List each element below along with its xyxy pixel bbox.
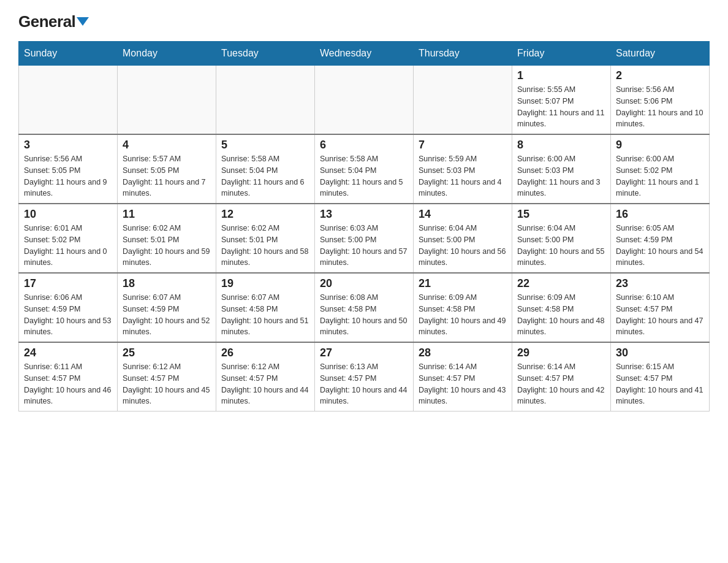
calendar-cell: 27Sunrise: 6:13 AM Sunset: 4:57 PM Dayli… — [315, 342, 414, 412]
day-info: Sunrise: 6:02 AM Sunset: 5:01 PM Dayligh… — [123, 223, 211, 269]
header-tuesday: Tuesday — [216, 42, 315, 66]
calendar-cell: 4Sunrise: 5:57 AM Sunset: 5:05 PM Daylig… — [118, 134, 216, 204]
day-info: Sunrise: 6:00 AM Sunset: 5:03 PM Dayligh… — [517, 153, 605, 199]
day-number: 12 — [221, 208, 309, 221]
calendar-cell: 28Sunrise: 6:14 AM Sunset: 4:57 PM Dayli… — [414, 342, 512, 412]
calendar-cell: 23Sunrise: 6:10 AM Sunset: 4:57 PM Dayli… — [611, 273, 710, 342]
calendar-cell: 6Sunrise: 5:58 AM Sunset: 5:04 PM Daylig… — [315, 134, 414, 204]
day-number: 13 — [320, 208, 408, 221]
day-number: 26 — [221, 347, 309, 359]
page-header: General — [18, 12, 710, 29]
calendar-week-row: 10Sunrise: 6:01 AM Sunset: 5:02 PM Dayli… — [19, 204, 710, 273]
day-number: 23 — [616, 277, 704, 290]
day-number: 2 — [616, 69, 704, 82]
calendar-cell: 13Sunrise: 6:03 AM Sunset: 5:00 PM Dayli… — [315, 204, 414, 273]
calendar-cell: 11Sunrise: 6:02 AM Sunset: 5:01 PM Dayli… — [118, 204, 216, 273]
day-info: Sunrise: 6:03 AM Sunset: 5:00 PM Dayligh… — [320, 223, 408, 269]
day-info: Sunrise: 6:13 AM Sunset: 4:57 PM Dayligh… — [320, 361, 408, 407]
day-number: 14 — [419, 208, 507, 221]
calendar-cell — [118, 66, 216, 135]
calendar-cell: 14Sunrise: 6:04 AM Sunset: 5:00 PM Dayli… — [414, 204, 512, 273]
day-number: 24 — [24, 347, 112, 359]
day-info: Sunrise: 6:04 AM Sunset: 5:00 PM Dayligh… — [517, 223, 605, 269]
weekday-header-row: Sunday Monday Tuesday Wednesday Thursday… — [19, 42, 710, 66]
day-number: 1 — [517, 69, 605, 82]
calendar-cell: 19Sunrise: 6:07 AM Sunset: 4:58 PM Dayli… — [216, 273, 315, 342]
calendar-cell: 12Sunrise: 6:02 AM Sunset: 5:01 PM Dayli… — [216, 204, 315, 273]
day-info: Sunrise: 6:15 AM Sunset: 4:57 PM Dayligh… — [616, 361, 704, 407]
day-number: 5 — [221, 139, 309, 151]
day-number: 30 — [616, 347, 704, 359]
day-number: 22 — [517, 277, 605, 290]
calendar-cell: 30Sunrise: 6:15 AM Sunset: 4:57 PM Dayli… — [611, 342, 710, 412]
calendar-cell — [19, 66, 118, 135]
day-info: Sunrise: 5:58 AM Sunset: 5:04 PM Dayligh… — [320, 153, 408, 199]
calendar-cell: 10Sunrise: 6:01 AM Sunset: 5:02 PM Dayli… — [19, 204, 118, 273]
day-info: Sunrise: 5:57 AM Sunset: 5:05 PM Dayligh… — [123, 153, 211, 199]
calendar-cell: 18Sunrise: 6:07 AM Sunset: 4:59 PM Dayli… — [118, 273, 216, 342]
day-number: 20 — [320, 277, 408, 290]
day-info: Sunrise: 6:07 AM Sunset: 4:59 PM Dayligh… — [123, 292, 211, 338]
day-info: Sunrise: 6:09 AM Sunset: 4:58 PM Dayligh… — [419, 292, 507, 338]
calendar-cell: 25Sunrise: 6:12 AM Sunset: 4:57 PM Dayli… — [118, 342, 216, 412]
day-number: 21 — [419, 277, 507, 290]
day-info: Sunrise: 6:07 AM Sunset: 4:58 PM Dayligh… — [221, 292, 309, 338]
day-number: 27 — [320, 347, 408, 359]
calendar-cell: 5Sunrise: 5:58 AM Sunset: 5:04 PM Daylig… — [216, 134, 315, 204]
day-number: 3 — [24, 139, 112, 151]
day-info: Sunrise: 6:10 AM Sunset: 4:57 PM Dayligh… — [616, 292, 704, 338]
calendar-cell — [414, 66, 512, 135]
day-info: Sunrise: 5:58 AM Sunset: 5:04 PM Dayligh… — [221, 153, 309, 199]
calendar-week-row: 3Sunrise: 5:56 AM Sunset: 5:05 PM Daylig… — [19, 134, 710, 204]
day-number: 4 — [123, 139, 211, 151]
logo-general: General — [18, 12, 89, 31]
day-number: 17 — [24, 277, 112, 290]
day-info: Sunrise: 6:06 AM Sunset: 4:59 PM Dayligh… — [24, 292, 112, 338]
calendar-cell: 8Sunrise: 6:00 AM Sunset: 5:03 PM Daylig… — [512, 134, 611, 204]
calendar-cell — [216, 66, 315, 135]
calendar-cell: 2Sunrise: 5:56 AM Sunset: 5:06 PM Daylig… — [611, 66, 710, 135]
calendar-week-row: 17Sunrise: 6:06 AM Sunset: 4:59 PM Dayli… — [19, 273, 710, 342]
calendar-table: Sunday Monday Tuesday Wednesday Thursday… — [18, 41, 710, 412]
day-number: 18 — [123, 277, 211, 290]
header-monday: Monday — [118, 42, 216, 66]
day-info: Sunrise: 5:56 AM Sunset: 5:05 PM Dayligh… — [24, 153, 112, 199]
calendar-cell — [315, 66, 414, 135]
day-info: Sunrise: 5:55 AM Sunset: 5:07 PM Dayligh… — [517, 84, 605, 130]
day-info: Sunrise: 6:02 AM Sunset: 5:01 PM Dayligh… — [221, 223, 309, 269]
day-info: Sunrise: 6:08 AM Sunset: 4:58 PM Dayligh… — [320, 292, 408, 338]
day-info: Sunrise: 5:56 AM Sunset: 5:06 PM Dayligh… — [616, 84, 704, 130]
day-info: Sunrise: 5:59 AM Sunset: 5:03 PM Dayligh… — [419, 153, 507, 199]
calendar-cell: 29Sunrise: 6:14 AM Sunset: 4:57 PM Dayli… — [512, 342, 611, 412]
day-info: Sunrise: 6:12 AM Sunset: 4:57 PM Dayligh… — [123, 361, 211, 407]
day-number: 29 — [517, 347, 605, 359]
day-number: 7 — [419, 139, 507, 151]
calendar-cell: 16Sunrise: 6:05 AM Sunset: 4:59 PM Dayli… — [611, 204, 710, 273]
day-info: Sunrise: 6:04 AM Sunset: 5:00 PM Dayligh… — [419, 223, 507, 269]
calendar-cell: 1Sunrise: 5:55 AM Sunset: 5:07 PM Daylig… — [512, 66, 611, 135]
day-info: Sunrise: 6:01 AM Sunset: 5:02 PM Dayligh… — [24, 223, 112, 269]
calendar-cell: 26Sunrise: 6:12 AM Sunset: 4:57 PM Dayli… — [216, 342, 315, 412]
day-number: 28 — [419, 347, 507, 359]
day-info: Sunrise: 6:12 AM Sunset: 4:57 PM Dayligh… — [221, 361, 309, 407]
day-number: 8 — [517, 139, 605, 151]
calendar-cell: 17Sunrise: 6:06 AM Sunset: 4:59 PM Dayli… — [19, 273, 118, 342]
calendar-week-row: 1Sunrise: 5:55 AM Sunset: 5:07 PM Daylig… — [19, 66, 710, 135]
calendar-cell: 20Sunrise: 6:08 AM Sunset: 4:58 PM Dayli… — [315, 273, 414, 342]
day-info: Sunrise: 6:09 AM Sunset: 4:58 PM Dayligh… — [517, 292, 605, 338]
calendar-cell: 9Sunrise: 6:00 AM Sunset: 5:02 PM Daylig… — [611, 134, 710, 204]
calendar-cell: 15Sunrise: 6:04 AM Sunset: 5:00 PM Dayli… — [512, 204, 611, 273]
logo: General — [18, 12, 89, 29]
day-number: 10 — [24, 208, 112, 221]
calendar-cell: 24Sunrise: 6:11 AM Sunset: 4:57 PM Dayli… — [19, 342, 118, 412]
day-number: 11 — [123, 208, 211, 221]
header-wednesday: Wednesday — [315, 42, 414, 66]
day-number: 6 — [320, 139, 408, 151]
day-number: 15 — [517, 208, 605, 221]
day-info: Sunrise: 6:14 AM Sunset: 4:57 PM Dayligh… — [517, 361, 605, 407]
header-sunday: Sunday — [19, 42, 118, 66]
logo-triangle-icon — [77, 17, 89, 26]
header-friday: Friday — [512, 42, 611, 66]
day-number: 16 — [616, 208, 704, 221]
day-number: 9 — [616, 139, 704, 151]
